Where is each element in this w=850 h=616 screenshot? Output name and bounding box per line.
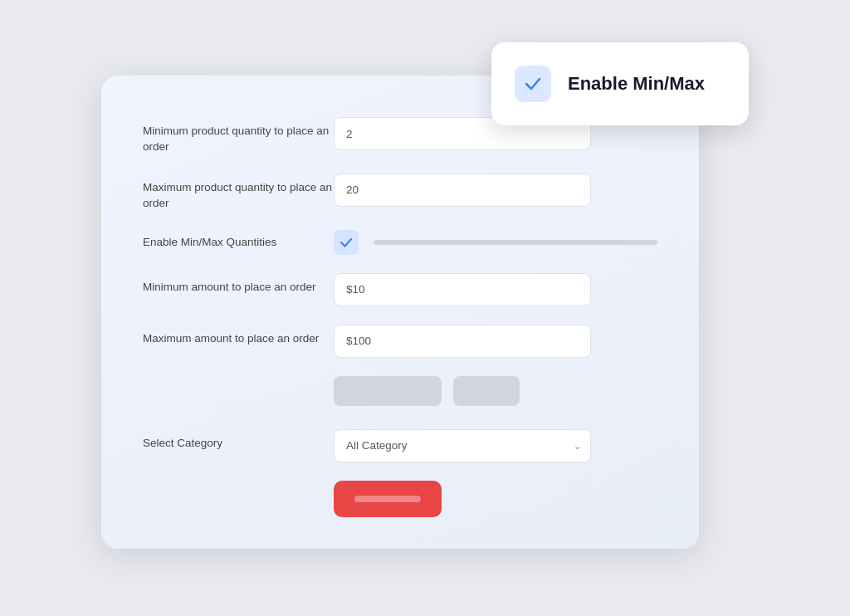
max-amount-row: Maximum amount to place an order (143, 325, 657, 358)
slider-track (374, 240, 657, 245)
action-buttons-row (143, 376, 657, 406)
max-amount-input[interactable] (334, 325, 591, 358)
placeholder-button-2[interactable] (453, 376, 520, 406)
enable-minmax-label: Enable Min/Max Quantities (143, 236, 334, 248)
submit-button[interactable] (334, 481, 442, 517)
max-qty-input[interactable] (334, 174, 591, 207)
min-amount-input[interactable] (334, 273, 591, 306)
select-category-dropdown[interactable]: All Category Category 1 Category 2 (334, 429, 591, 462)
enable-minmax-row: Enable Min/Max Quantities (143, 230, 657, 255)
submit-button-label-placeholder (354, 496, 421, 502)
tooltip-card: Enable Min/Max (491, 42, 749, 125)
select-category-container: All Category Category 1 Category 2 ⌄ (334, 429, 591, 462)
tooltip-label: Enable Min/Max (568, 73, 705, 95)
enable-minmax-checkbox[interactable] (334, 230, 359, 255)
max-qty-label: Maximum product quantity to place an ord… (143, 174, 334, 212)
min-amount-label: Minimum amount to place an order (143, 273, 334, 296)
min-qty-label: Minimum product quantity to place an ord… (143, 117, 334, 155)
max-amount-label: Maximum amount to place an order (143, 325, 334, 347)
max-qty-input-wrap (334, 174, 657, 207)
tooltip-checkbox-icon[interactable] (515, 66, 551, 102)
min-amount-row: Minimum amount to place an order (143, 273, 657, 306)
min-amount-input-wrap (334, 273, 657, 306)
max-amount-input-wrap (334, 325, 657, 358)
select-category-wrap: All Category Category 1 Category 2 ⌄ (334, 429, 657, 462)
main-card: Minimum product quantity to place an ord… (101, 76, 699, 549)
select-category-row: Select Category All Category Category 1 … (143, 429, 657, 462)
submit-row (143, 481, 657, 517)
select-category-label: Select Category (143, 429, 334, 452)
placeholder-button-1[interactable] (334, 376, 442, 406)
max-qty-row: Maximum product quantity to place an ord… (143, 174, 657, 212)
